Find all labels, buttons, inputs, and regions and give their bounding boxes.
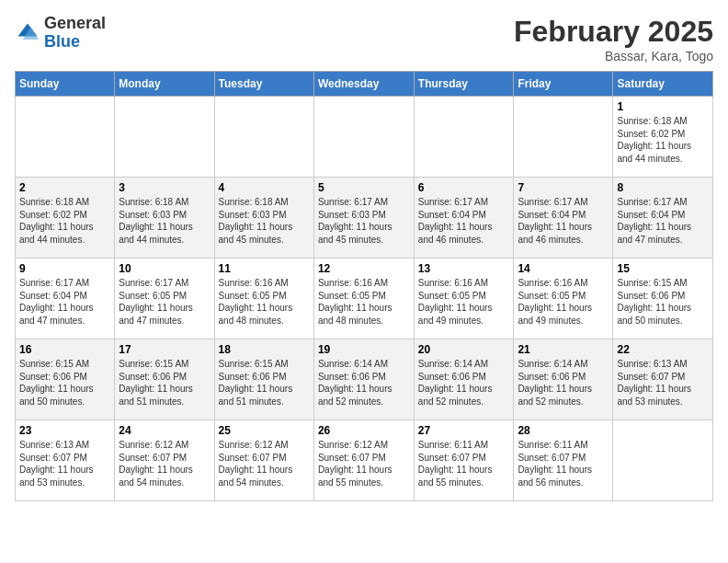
day-number: 26 [318, 424, 410, 437]
day-number: 8 [617, 181, 709, 194]
day-number: 1 [617, 100, 709, 113]
location-subtitle: Bassar, Kara, Togo [514, 49, 713, 63]
day-info: Sunrise: 6:17 AM Sunset: 6:04 PM Dayligh… [617, 196, 709, 246]
day-info: Sunrise: 6:18 AM Sunset: 6:03 PM Dayligh… [119, 196, 210, 246]
calendar-cell: 25Sunrise: 6:12 AM Sunset: 6:07 PM Dayli… [214, 420, 313, 501]
calendar-cell: 15Sunrise: 6:15 AM Sunset: 6:06 PM Dayli… [613, 259, 713, 339]
day-number: 15 [617, 262, 709, 275]
calendar-cell: 27Sunrise: 6:11 AM Sunset: 6:07 PM Dayli… [414, 420, 514, 501]
logo-blue-text: Blue [44, 32, 80, 51]
calendar-cell [613, 420, 713, 501]
day-info: Sunrise: 6:11 AM Sunset: 6:07 PM Dayligh… [518, 439, 609, 488]
weekday-header-sunday: Sunday [16, 72, 115, 97]
day-number: 7 [518, 181, 609, 194]
calendar-cell: 28Sunrise: 6:11 AM Sunset: 6:07 PM Dayli… [514, 420, 613, 501]
day-info: Sunrise: 6:18 AM Sunset: 6:02 PM Dayligh… [617, 115, 709, 165]
calendar-cell: 18Sunrise: 6:15 AM Sunset: 6:06 PM Dayli… [214, 339, 313, 420]
day-info: Sunrise: 6:18 AM Sunset: 6:03 PM Dayligh… [219, 196, 310, 246]
calendar-cell: 24Sunrise: 6:12 AM Sunset: 6:07 PM Dayli… [115, 420, 214, 501]
day-number: 10 [119, 262, 210, 275]
month-title: February 2025 [514, 15, 713, 49]
day-number: 16 [19, 343, 110, 356]
logo-icon [15, 20, 40, 46]
day-info: Sunrise: 6:12 AM Sunset: 6:07 PM Dayligh… [219, 439, 310, 488]
calendar-table: SundayMondayTuesdayWednesdayThursdayFrid… [15, 71, 713, 501]
day-number: 25 [219, 424, 310, 437]
day-info: Sunrise: 6:16 AM Sunset: 6:05 PM Dayligh… [219, 277, 310, 327]
week-row-3: 9Sunrise: 6:17 AM Sunset: 6:04 PM Daylig… [16, 259, 713, 339]
calendar-cell: 8Sunrise: 6:17 AM Sunset: 6:04 PM Daylig… [613, 178, 713, 259]
weekday-header-friday: Friday [514, 72, 613, 97]
calendar-cell: 10Sunrise: 6:17 AM Sunset: 6:05 PM Dayli… [115, 259, 214, 339]
title-block: February 2025 Bassar, Kara, Togo [514, 15, 713, 63]
day-info: Sunrise: 6:15 AM Sunset: 6:06 PM Dayligh… [219, 358, 310, 408]
day-info: Sunrise: 6:11 AM Sunset: 6:07 PM Dayligh… [418, 439, 510, 488]
calendar-cell: 11Sunrise: 6:16 AM Sunset: 6:05 PM Dayli… [214, 259, 313, 339]
day-info: Sunrise: 6:15 AM Sunset: 6:06 PM Dayligh… [19, 358, 110, 408]
day-number: 14 [518, 262, 609, 275]
calendar-cell: 7Sunrise: 6:17 AM Sunset: 6:04 PM Daylig… [514, 178, 613, 259]
calendar-cell: 5Sunrise: 6:17 AM Sunset: 6:03 PM Daylig… [313, 178, 414, 259]
day-number: 2 [19, 181, 110, 194]
calendar-cell [115, 97, 214, 178]
week-row-4: 16Sunrise: 6:15 AM Sunset: 6:06 PM Dayli… [16, 339, 713, 420]
weekday-header-thursday: Thursday [414, 72, 514, 97]
calendar-cell: 2Sunrise: 6:18 AM Sunset: 6:02 PM Daylig… [16, 178, 115, 259]
calendar-cell [16, 97, 115, 178]
calendar-cell: 12Sunrise: 6:16 AM Sunset: 6:05 PM Dayli… [313, 259, 414, 339]
calendar-cell: 26Sunrise: 6:12 AM Sunset: 6:07 PM Dayli… [313, 420, 414, 501]
page-header: General Blue February 2025 Bassar, Kara,… [15, 15, 713, 63]
day-number: 24 [119, 424, 210, 437]
logo: General Blue [15, 15, 106, 52]
day-number: 5 [318, 181, 410, 194]
weekday-header-tuesday: Tuesday [214, 72, 313, 97]
calendar-cell [414, 97, 514, 178]
calendar-cell: 20Sunrise: 6:14 AM Sunset: 6:06 PM Dayli… [414, 339, 514, 420]
calendar-cell: 1Sunrise: 6:18 AM Sunset: 6:02 PM Daylig… [613, 97, 713, 178]
calendar-cell: 13Sunrise: 6:16 AM Sunset: 6:05 PM Dayli… [414, 259, 514, 339]
weekday-header-wednesday: Wednesday [313, 72, 414, 97]
week-row-5: 23Sunrise: 6:13 AM Sunset: 6:07 PM Dayli… [16, 420, 713, 501]
day-number: 23 [19, 424, 110, 437]
day-number: 13 [418, 262, 510, 275]
day-number: 3 [119, 181, 210, 194]
day-info: Sunrise: 6:14 AM Sunset: 6:06 PM Dayligh… [318, 358, 410, 408]
calendar-cell: 4Sunrise: 6:18 AM Sunset: 6:03 PM Daylig… [214, 178, 313, 259]
day-info: Sunrise: 6:13 AM Sunset: 6:07 PM Dayligh… [617, 358, 709, 408]
day-info: Sunrise: 6:16 AM Sunset: 6:05 PM Dayligh… [418, 277, 510, 327]
day-number: 11 [219, 262, 310, 275]
day-number: 20 [418, 343, 510, 356]
calendar-cell: 3Sunrise: 6:18 AM Sunset: 6:03 PM Daylig… [115, 178, 214, 259]
day-number: 17 [119, 343, 210, 356]
calendar-cell: 23Sunrise: 6:13 AM Sunset: 6:07 PM Dayli… [16, 420, 115, 501]
day-info: Sunrise: 6:14 AM Sunset: 6:06 PM Dayligh… [518, 358, 609, 408]
day-number: 12 [318, 262, 410, 275]
calendar-cell: 19Sunrise: 6:14 AM Sunset: 6:06 PM Dayli… [313, 339, 414, 420]
day-info: Sunrise: 6:14 AM Sunset: 6:06 PM Dayligh… [418, 358, 510, 408]
day-info: Sunrise: 6:17 AM Sunset: 6:04 PM Dayligh… [518, 196, 609, 246]
day-info: Sunrise: 6:17 AM Sunset: 6:05 PM Dayligh… [119, 277, 210, 327]
weekday-header-row: SundayMondayTuesdayWednesdayThursdayFrid… [16, 72, 713, 97]
day-number: 28 [518, 424, 609, 437]
weekday-header-saturday: Saturday [613, 72, 713, 97]
calendar-cell [514, 97, 613, 178]
day-info: Sunrise: 6:13 AM Sunset: 6:07 PM Dayligh… [19, 439, 110, 488]
calendar-cell [313, 97, 414, 178]
week-row-2: 2Sunrise: 6:18 AM Sunset: 6:02 PM Daylig… [16, 178, 713, 259]
week-row-1: 1Sunrise: 6:18 AM Sunset: 6:02 PM Daylig… [16, 97, 713, 178]
day-info: Sunrise: 6:12 AM Sunset: 6:07 PM Dayligh… [318, 439, 410, 488]
calendar-cell: 21Sunrise: 6:14 AM Sunset: 6:06 PM Dayli… [514, 339, 613, 420]
day-number: 19 [318, 343, 410, 356]
day-info: Sunrise: 6:16 AM Sunset: 6:05 PM Dayligh… [318, 277, 410, 327]
day-number: 9 [19, 262, 110, 275]
day-number: 27 [418, 424, 510, 437]
day-number: 18 [219, 343, 310, 356]
calendar-cell: 9Sunrise: 6:17 AM Sunset: 6:04 PM Daylig… [16, 259, 115, 339]
day-info: Sunrise: 6:12 AM Sunset: 6:07 PM Dayligh… [119, 439, 210, 488]
day-number: 4 [219, 181, 310, 194]
calendar-cell: 6Sunrise: 6:17 AM Sunset: 6:04 PM Daylig… [414, 178, 514, 259]
day-info: Sunrise: 6:18 AM Sunset: 6:02 PM Dayligh… [19, 196, 110, 246]
day-info: Sunrise: 6:17 AM Sunset: 6:04 PM Dayligh… [418, 196, 510, 246]
day-number: 22 [617, 343, 709, 356]
day-info: Sunrise: 6:17 AM Sunset: 6:03 PM Dayligh… [318, 196, 410, 246]
